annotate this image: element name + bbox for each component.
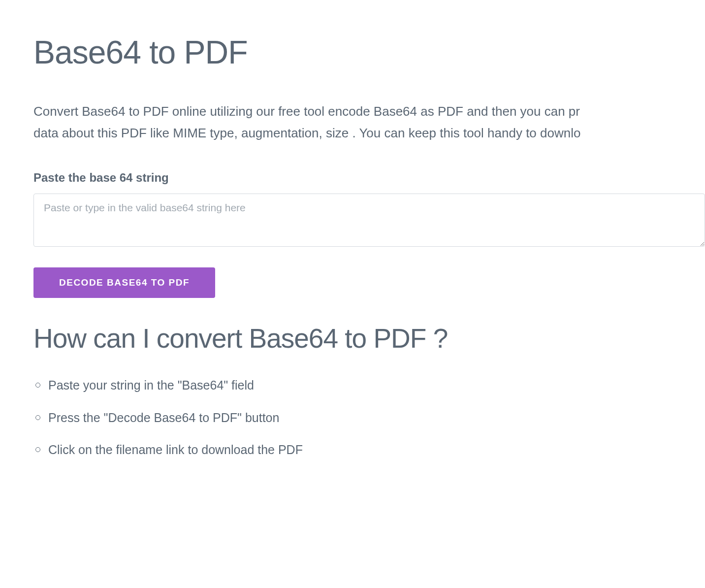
base64-input[interactable]: [33, 194, 705, 247]
description-line-2: data about this PDF like MIME type, augm…: [33, 126, 580, 140]
description-text: Convert Base64 to PDF online utilizing o…: [33, 100, 705, 144]
decode-button[interactable]: DECODE BASE64 TO PDF: [33, 267, 215, 298]
howto-steps-list: Paste your string in the "Base64" field …: [33, 376, 705, 459]
howto-heading: How can I convert Base64 to PDF ?: [33, 323, 705, 354]
page-title: Base64 to PDF: [33, 33, 705, 71]
description-line-1: Convert Base64 to PDF online utilizing o…: [33, 104, 580, 119]
list-item: Paste your string in the "Base64" field: [35, 376, 705, 395]
list-item: Press the "Decode Base64 to PDF" button: [35, 409, 705, 427]
list-item: Click on the filename link to download t…: [35, 441, 705, 459]
base64-input-label: Paste the base 64 string: [33, 171, 705, 185]
